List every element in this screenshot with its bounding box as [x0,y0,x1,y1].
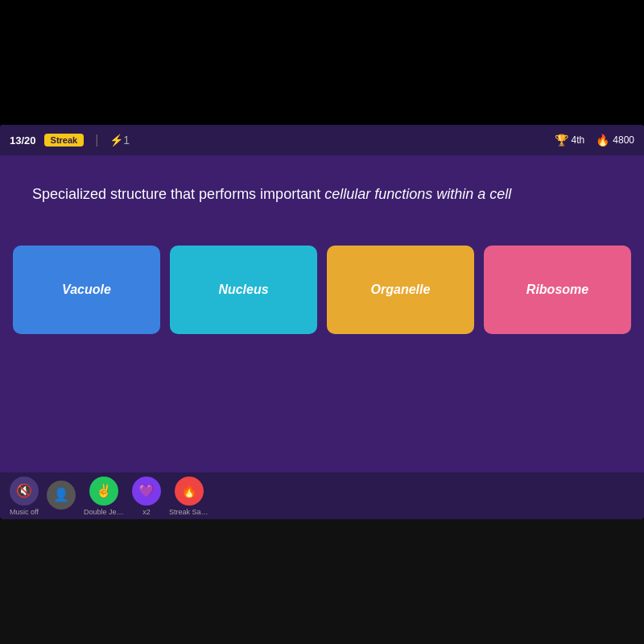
top-bar-right: 🏆 4th 🔥 4800 [555,134,634,147]
tool-double-jeopardy[interactable]: ✌️ Double Jeop... [84,477,124,516]
question-text: Specialized structure that performs impo… [32,184,612,205]
bottom-toolbar: 🔇 Music off 👤 ✌️ Double Jeop... 💜 x2 🔥 [0,473,644,519]
score-badge: 🔥 4800 [596,134,634,147]
answer-card-c-label: Organelle [365,276,437,303]
double-jeopardy-icon-circle: ✌️ [89,477,118,506]
answer-card-b[interactable]: Nucleus [170,246,317,334]
tool-x2[interactable]: 💜 x2 [132,477,161,516]
question-text-normal: Specialized structure that performs impo… [32,186,324,202]
music-icon: 🔇 [16,483,32,498]
score-value: 4800 [613,134,634,146]
answer-card-b-label: Nucleus [212,276,275,303]
streak-saver-icon-circle: 🔥 [175,477,204,506]
tool-streak-saver[interactable]: 🔥 Streak Saver [169,477,209,516]
divider: | [95,133,98,147]
bottom-bezel [0,519,644,644]
lightning-icon: ⚡1 [109,134,130,147]
music-label: Music off [10,508,39,516]
trophy-icon: 🏆 [555,134,568,147]
music-icon-circle: 🔇 [10,477,39,506]
question-area: Specialized structure that performs impo… [0,155,644,221]
double-jeopardy-icon: ✌️ [96,483,112,498]
fire-icon: 🔥 [596,134,609,147]
avatar-icon-circle: 👤 [47,481,76,510]
top-bar: 13/20 Streak | ⚡1 🏆 4th 🔥 4800 [0,125,644,155]
answer-card-a-label: Vacuole [56,276,118,303]
answer-card-c[interactable]: Organelle [327,246,474,334]
answer-card-d-label: Ribosome [520,276,595,303]
streak-badge: Streak [44,134,85,147]
tool-avatar[interactable]: 👤 [47,481,76,512]
quiz-screen: 13/20 Streak | ⚡1 🏆 4th 🔥 4800 Specializ… [0,125,644,519]
rank-badge: 🏆 4th [555,134,585,147]
answer-grid: Vacuole Nucleus Organelle Ribosome [0,229,644,350]
tool-music[interactable]: 🔇 Music off [10,477,39,516]
rank-value: 4th [572,134,585,146]
question-text-italic: cellular functions within a cell [324,186,511,202]
answer-card-a[interactable]: Vacuole [13,246,160,334]
streak-saver-icon: 🔥 [181,483,197,498]
answer-card-d[interactable]: Ribosome [484,246,631,334]
x2-label: x2 [142,508,151,516]
avatar-icon: 👤 [53,487,69,502]
x2-icon-circle: 💜 [132,477,161,506]
double-jeopardy-label: Double Jeop... [84,508,124,516]
top-bezel [0,0,644,125]
progress-label: 13/20 [10,134,36,147]
streak-saver-label: Streak Saver [169,508,209,516]
x2-icon: 💜 [138,483,155,498]
